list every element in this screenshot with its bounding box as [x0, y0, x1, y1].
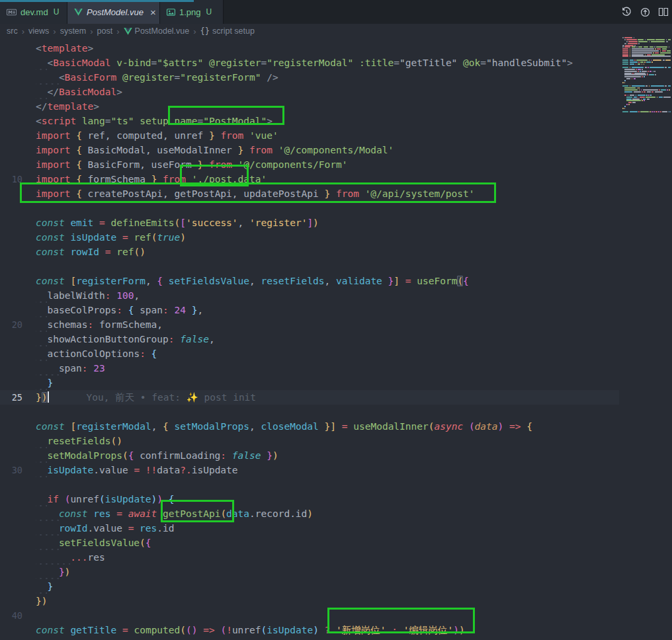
code-line-30[interactable]: 30isUpdate.value = !!data?.isUpdate [0, 463, 619, 477]
code-token: rowId [70, 247, 99, 257]
code-line-40[interactable]: 40 [0, 608, 619, 623]
code-token: ref [116, 247, 134, 257]
breadcrumb-item-postmodel-vue[interactable]: PostModel.vue [124, 26, 190, 36]
code-token: , [197, 305, 203, 315]
tab-1.png[interactable]: 1.pngU [160, 0, 224, 24]
code-line-content [32, 477, 619, 492]
code-line-32[interactable]: if (unref(isUpdate)) { [0, 492, 619, 506]
code-line-11[interactable]: import { createPostApi, getPostApi, upda… [0, 186, 619, 201]
minimap-token [632, 73, 634, 74]
minimap-line [622, 97, 671, 99]
code-line-34[interactable]: rowId.value = res.id [0, 521, 619, 536]
code-line-19[interactable]: baseColProps: { span: 24 }, [0, 303, 619, 317]
close-tab-icon[interactable]: × [150, 7, 156, 17]
tab-dev.md[interactable]: dev.mdU [0, 0, 67, 24]
code-token: isUpdate [267, 625, 313, 635]
minimap-token [663, 97, 671, 98]
code-line-content: <BasicModal v-bind="$attrs" @register="r… [32, 56, 619, 70]
code-token: confirmLoading [134, 450, 220, 461]
code-token [163, 494, 169, 504]
code-token: getPostApi [163, 508, 220, 519]
breadcrumb-item-views[interactable]: views [28, 26, 49, 36]
code-line-38[interactable]: } [0, 579, 619, 594]
code-line-36[interactable]: ...res [0, 550, 619, 565]
code-line-17[interactable]: const [registerForm, { setFieldsValue, r… [0, 274, 619, 288]
code-token: ref, computed, unref [82, 130, 209, 141]
minimap-token [622, 48, 628, 50]
code-line-6[interactable]: <script lang="ts" setup name="PostModal"… [0, 114, 619, 128]
code-line-16[interactable] [0, 259, 619, 274]
code-token: createPostApi, getPostApi, updatePostApi [82, 188, 325, 199]
code-line-10[interactable]: 10import { formSchema } from './post.dat… [0, 172, 619, 186]
code-line-13[interactable]: const emit = defineEmits(['success', 're… [0, 216, 619, 230]
minimap-line [622, 52, 671, 54]
code-line-31[interactable] [0, 477, 619, 492]
code-token [503, 421, 509, 432]
code-token [359, 188, 365, 199]
breadcrumb-item-script-setup[interactable]: {}script setup [200, 26, 255, 36]
code-line-12[interactable] [0, 201, 619, 216]
minimap-token [628, 95, 629, 96]
minimap-token [638, 87, 640, 89]
code-editor[interactable]: <template><BasicModal v-bind="$attrs" @r… [0, 38, 672, 637]
tab-PostModel.vue[interactable]: PostModel.vue× [67, 0, 160, 24]
code-line-2[interactable]: <BasicModal v-bind="$attrs" @register="r… [0, 56, 619, 70]
code-line-37[interactable]: }) [0, 565, 619, 579]
code-token: } [59, 567, 65, 577]
minimap-token [626, 104, 628, 105]
code-line-content: import { createPostApi, getPostApi, upda… [32, 186, 619, 201]
code-line-5[interactable]: </template> [0, 99, 619, 114]
code-line-26[interactable] [0, 405, 619, 419]
open-changes-icon[interactable] [640, 7, 651, 18]
code-line-9[interactable]: import { BasicForm, useForm } from '@/co… [0, 157, 619, 172]
code-token: ( [220, 625, 226, 635]
minimap-token [650, 95, 651, 96]
code-line-8[interactable]: import { BasicModal, useModalInner } fro… [0, 143, 619, 157]
code-line-21[interactable]: showActionButtonGroup: false, [0, 332, 619, 346]
code-token: from [220, 130, 243, 141]
code-line-20[interactable]: 20schemas: formSchema, [0, 317, 619, 332]
code-token: { [151, 348, 157, 359]
code-line-22[interactable]: actionColOptions: { [0, 346, 619, 361]
indent-whitespace [36, 506, 59, 521]
code-token: > [88, 43, 94, 54]
code-line-1[interactable]: <template> [0, 41, 619, 56]
code-token: => [509, 421, 521, 432]
minimap-token [630, 60, 634, 61]
code-token: ) [65, 567, 71, 577]
history-icon[interactable] [621, 7, 632, 18]
code-token [386, 625, 392, 635]
minimap-token [645, 67, 647, 68]
split-editor-icon[interactable] [658, 7, 669, 17]
minimap-token [624, 87, 636, 89]
minimap-token [622, 54, 628, 56]
code-line-4[interactable]: </BasicModal> [0, 85, 619, 99]
code-line-27[interactable]: const [registerModal, { setModalProps, c… [0, 419, 619, 434]
code-line-35[interactable]: setFieldsValue({ [0, 536, 619, 550]
code-line-28[interactable]: resetFields() [0, 434, 619, 448]
code-line-23[interactable]: span: 23 [0, 361, 619, 376]
code-line-33[interactable]: const res = await getPostApi(data.record… [0, 506, 619, 521]
code-line-18[interactable]: labelWidth: 100, [0, 288, 619, 303]
code-line-24[interactable]: } [0, 376, 619, 390]
minimap-token [634, 91, 641, 93]
breadcrumb-item-src[interactable]: src [7, 26, 18, 36]
breadcrumb-item-post[interactable]: post [97, 26, 113, 36]
code-line-29[interactable]: setModalProps({ confirmLoading: false }) [0, 448, 619, 463]
minimap[interactable] [622, 37, 671, 113]
breadcrumb-item-system[interactable]: system [60, 26, 87, 36]
code-line-25[interactable]: 25})You, 前天 • feat: ✨ post init [0, 390, 619, 405]
code-line-7[interactable]: import { ref, computed, unref } from 'vu… [0, 128, 619, 143]
code-line-14[interactable]: const isUpdate = ref(true) [0, 230, 619, 245]
minimap-token [642, 71, 647, 72]
minimap-token [622, 60, 628, 61]
code-token: data [226, 508, 249, 519]
code-line-41[interactable]: const getTitle = computed(() => (!unref(… [0, 623, 619, 637]
code-token: ( [220, 508, 226, 519]
code-token [226, 450, 232, 461]
minimap-token [669, 89, 670, 91]
code-line-15[interactable]: const rowId = ref() [0, 245, 619, 259]
code-line-3[interactable]: <BasicForm @register="registerForm" /> [0, 70, 619, 85]
minimap-token [642, 76, 643, 77]
code-line-39[interactable]: }) [0, 594, 619, 608]
